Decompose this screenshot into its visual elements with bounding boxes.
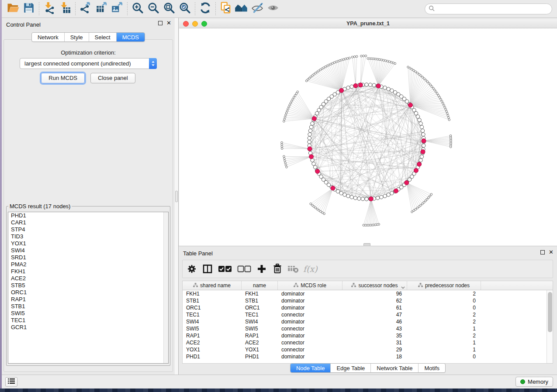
- mcds-result-item[interactable]: CAR1: [8, 219, 168, 226]
- cell-successor-nodes[interactable]: 43: [343, 325, 407, 332]
- mcds-result-item[interactable]: SRD1: [8, 254, 168, 261]
- mcds-result-item[interactable]: YOX1: [8, 240, 168, 247]
- cell-shared-name[interactable]: FKH1: [183, 290, 242, 297]
- cell-predecessor-nodes[interactable]: 1: [407, 346, 481, 353]
- cell-MCDS-role[interactable]: dominator: [278, 318, 343, 325]
- zoom-fit-button[interactable]: [161, 1, 177, 16]
- close-panel-icon[interactable]: ✕: [549, 250, 554, 254]
- mcds-result-item[interactable]: GCR1: [8, 324, 168, 331]
- mcds-result-item[interactable]: STB1: [8, 303, 168, 310]
- export-image-button[interactable]: [109, 1, 125, 16]
- table-row[interactable]: SWI4SWI4dominator462: [183, 318, 553, 325]
- cell-name[interactable]: PHD1: [242, 353, 278, 360]
- table-row[interactable]: FKH1FKH1dominator962: [183, 290, 553, 297]
- criterion-select[interactable]: largest connected component (undirected): [20, 58, 157, 69]
- import-table-button[interactable]: [57, 1, 73, 16]
- column-header-predecessor-nodes[interactable]: predecessor nodes: [407, 281, 481, 290]
- cell-MCDS-role[interactable]: dominator: [278, 304, 343, 311]
- cell-shared-name[interactable]: PHD1: [183, 353, 242, 360]
- tab-motifs[interactable]: Motifs: [418, 364, 445, 372]
- mcds-result-item[interactable]: STP4: [8, 226, 168, 233]
- zoom-in-button[interactable]: [130, 1, 145, 16]
- mcds-result-item[interactable]: TEC1: [8, 317, 168, 324]
- network-canvas[interactable]: [179, 28, 557, 246]
- cell-shared-name[interactable]: SWI4: [183, 318, 242, 325]
- column-layout-icon[interactable]: [202, 263, 213, 275]
- mcds-result-list[interactable]: PHD1CAR1STP4TID3YOX1SWI4SRD1PMA2FKH1ACE2…: [8, 212, 169, 364]
- zoom-selected-button[interactable]: [177, 1, 193, 16]
- delete-column-icon[interactable]: [272, 263, 283, 275]
- mcds-result-item[interactable]: ORC1: [8, 289, 168, 296]
- mcds-result-item[interactable]: STB5: [8, 282, 168, 289]
- tab-select[interactable]: Select: [89, 33, 116, 41]
- tab-network-table[interactable]: Network Table: [370, 364, 418, 372]
- node-table[interactable]: shared namenameMCDS rolesuccessor nodesp…: [182, 281, 553, 364]
- mcds-result-item[interactable]: PHD1: [8, 212, 168, 219]
- search-input[interactable]: [437, 6, 548, 12]
- table-row[interactable]: ACE2ACE2connector311: [183, 339, 553, 346]
- first-neighbors-button[interactable]: [234, 1, 249, 16]
- cell-successor-nodes[interactable]: 47: [343, 311, 407, 318]
- cell-predecessor-nodes[interactable]: 2: [407, 318, 481, 325]
- cell-shared-name[interactable]: YOX1: [183, 346, 242, 353]
- unselect-all-columns-icon[interactable]: [237, 263, 252, 275]
- cell-name[interactable]: ORC1: [242, 304, 278, 311]
- cell-successor-nodes[interactable]: 96: [343, 290, 407, 297]
- select-all-columns-icon[interactable]: [218, 263, 232, 275]
- cell-shared-name[interactable]: TEC1: [183, 311, 242, 318]
- cell-successor-nodes[interactable]: 31: [343, 339, 407, 346]
- cell-MCDS-role[interactable]: connector: [278, 346, 343, 353]
- search-field[interactable]: [425, 3, 552, 14]
- vertical-splitter[interactable]: [175, 18, 179, 375]
- mcds-result-item[interactable]: ACE2: [8, 275, 168, 282]
- cell-successor-nodes[interactable]: 29: [343, 346, 407, 353]
- run-mcds-button[interactable]: Run MCDS: [41, 73, 85, 83]
- cell-predecessor-nodes[interactable]: 0: [407, 353, 481, 360]
- cell-name[interactable]: FKH1: [242, 290, 278, 297]
- cell-name[interactable]: SWI4: [242, 318, 278, 325]
- cell-predecessor-nodes[interactable]: 2: [407, 311, 481, 318]
- cell-shared-name[interactable]: STB1: [183, 297, 242, 304]
- mcds-result-item[interactable]: TID3: [8, 233, 168, 240]
- table-row[interactable]: YOX1YOX1connector291: [183, 346, 553, 353]
- cell-name[interactable]: STB1: [242, 297, 278, 304]
- float-panel-icon[interactable]: [540, 250, 545, 254]
- mcds-result-item[interactable]: SWI5: [8, 310, 168, 317]
- tab-style[interactable]: Style: [64, 33, 89, 41]
- import-network-button[interactable]: [42, 1, 57, 16]
- table-row[interactable]: RAP1RAP1dominator352: [183, 332, 553, 339]
- export-network-button[interactable]: [78, 1, 93, 16]
- settings-gear-icon[interactable]: [186, 263, 197, 275]
- table-row[interactable]: TEC1TEC1connector472: [183, 311, 553, 318]
- column-header-successor-nodes[interactable]: successor nodes: [343, 281, 407, 290]
- chevron-down-icon[interactable]: [401, 284, 405, 290]
- float-panel-icon[interactable]: [158, 21, 163, 25]
- table-scrollbar[interactable]: [547, 290, 553, 363]
- tab-network[interactable]: Network: [32, 33, 64, 41]
- cell-MCDS-role[interactable]: connector: [278, 339, 343, 346]
- cell-MCDS-role[interactable]: connector: [278, 311, 343, 318]
- cell-shared-name[interactable]: SWI5: [183, 325, 242, 332]
- hide-selected-button[interactable]: [249, 1, 265, 16]
- copy-network-button[interactable]: [218, 1, 234, 16]
- cell-shared-name[interactable]: RAP1: [183, 332, 242, 339]
- cell-shared-name[interactable]: ACE2: [183, 339, 242, 346]
- network-graph[interactable]: [179, 28, 557, 246]
- tab-edge-table[interactable]: Edge Table: [330, 364, 370, 372]
- cell-MCDS-role[interactable]: connector: [278, 325, 343, 332]
- refresh-layout-button[interactable]: [197, 1, 213, 16]
- cell-MCDS-role[interactable]: dominator: [278, 353, 343, 360]
- table-row[interactable]: ORC1ORC1dominator610: [183, 304, 553, 311]
- cell-successor-nodes[interactable]: 62: [343, 297, 407, 304]
- cell-MCDS-role[interactable]: dominator: [278, 332, 343, 339]
- zoom-out-button[interactable]: [145, 1, 161, 16]
- task-history-button[interactable]: [5, 377, 17, 387]
- tab-node-table[interactable]: Node Table: [291, 364, 331, 372]
- cell-name[interactable]: TEC1: [242, 311, 278, 318]
- export-table-button[interactable]: [93, 1, 109, 16]
- cell-shared-name[interactable]: ORC1: [183, 304, 242, 311]
- network-titlebar[interactable]: YPA_prune.txt_1: [179, 19, 557, 28]
- cell-predecessor-nodes[interactable]: 2: [407, 290, 481, 297]
- splitter-handle[interactable]: [175, 191, 178, 202]
- close-panel-icon[interactable]: ✕: [166, 21, 171, 25]
